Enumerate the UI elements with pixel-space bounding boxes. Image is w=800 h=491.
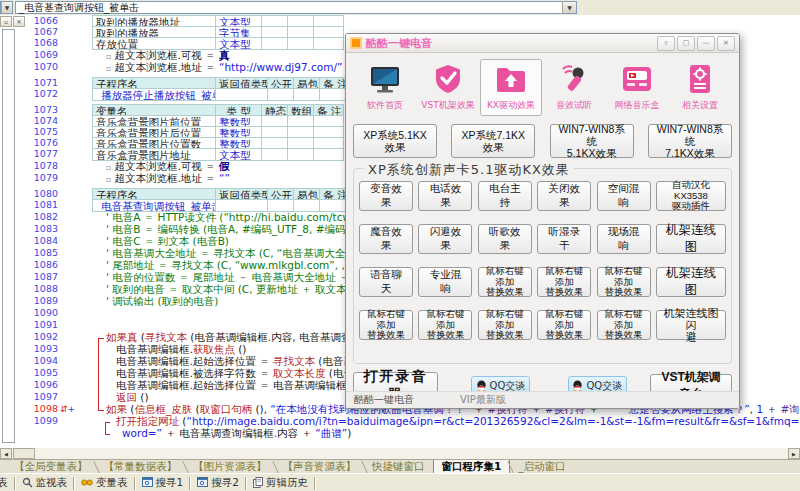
code-line[interactable]: 1099打开指定网址 (“http://image.baidu.com/i?tn… (0, 415, 800, 427)
tab-label: 窗口程序集1 (442, 460, 502, 474)
object-combo[interactable]: ▼ (0, 1, 13, 14)
toolbar-item-mic[interactable]: 音效试听 (543, 59, 605, 116)
kx-effect-button[interactable]: 机架连线图 (656, 224, 726, 254)
kx-effect-button[interactable]: 变音效果 (359, 181, 413, 211)
code-segment: 取窗口句柄 (200, 403, 253, 415)
kx-effect-button[interactable]: 专业混响 (418, 267, 472, 297)
window-controls: ▿□—✕ (655, 36, 735, 51)
close-button[interactable]: ✕ (717, 36, 735, 51)
kx-effect-button[interactable]: 机架连线图闪 避 (656, 310, 726, 340)
system-kx-button-4[interactable]: WIN7-WIN8系统 7.1KX效果 (648, 124, 732, 158)
kx-effect-button[interactable]: 鼠标右键添加 替换效果 (418, 310, 472, 340)
workspace-tab-6[interactable]: 窗口程序集1 (433, 460, 511, 474)
system-kx-button-2[interactable]: XP系统7.1KX效果 (451, 124, 535, 158)
groupbox-label: XP系统创新声卡5.1驱动KX效果 (364, 161, 574, 179)
code-segment: ▫ (106, 163, 111, 172)
workspace-tab-3[interactable]: 【图片资源表】 (185, 460, 275, 474)
panel-button-剪辑历史[interactable]: 剪辑历史 (247, 475, 314, 491)
kx-effect-button[interactable]: 电台主持 (478, 181, 532, 211)
panel-button-监视表[interactable]: 监视表 (16, 475, 74, 491)
workspace-tab-4[interactable]: 【声音资源表】 (275, 460, 365, 474)
scroll-right-icon[interactable]: ▶ (788, 448, 800, 459)
qq-penguin-icon (572, 380, 583, 392)
line-marker (58, 37, 92, 49)
code-segment: word=” (122, 427, 162, 439)
dock-close-button[interactable]: ✕ (13, 16, 25, 27)
toolbar-item-folder[interactable]: KX驱动效果 (480, 59, 542, 116)
minimize-button[interactable]: — (697, 36, 715, 51)
system-kx-buttons: XP系统5.1KX效果XP系统7.1KX效果WIN7-WIN8系统 5.1KX效… (346, 118, 739, 160)
kx-effect-button[interactable]: 空间混响 (597, 181, 651, 211)
code-segment: “http://image.baidu.com/i?tn=baiduimage&… (186, 415, 800, 427)
code-segment: () (137, 391, 149, 403)
kx-effect-button[interactable]: 魔音效果 (359, 224, 413, 254)
kx-effects-row: 变音效果电话效果电台主持关闭效果空间混响自动汉化KX3538 驱动插件 (359, 181, 726, 211)
workspace-tab-1[interactable]: 【全局变量表】 (6, 460, 96, 474)
settings-icon (683, 63, 717, 97)
kx-effect-button[interactable]: 语音聊天 (359, 267, 413, 297)
kx-effect-button[interactable]: 听歌效果 (478, 224, 532, 254)
line-marker: ⇵+ (58, 403, 92, 415)
kx-effect-button[interactable]: 关闭效果 (537, 181, 591, 211)
line-marker (58, 148, 92, 160)
panel-button-搜寻2[interactable]: 搜寻2 (191, 475, 245, 491)
code-segment: 超文本浏览框.可视 ＝ (114, 49, 219, 61)
code-table-cell (216, 88, 268, 101)
toolbar-item-label: KX驱动效果 (487, 99, 535, 112)
workspace-tab-7[interactable]: _启动窗口 (510, 460, 573, 474)
panel-button-label: 变量表 (96, 476, 128, 490)
line-marker (58, 343, 92, 355)
toolbar-item-musicbox[interactable]: 网络音乐盒 (606, 59, 668, 116)
kx-effect-button[interactable]: 鼠标右键添加 替换效果 (537, 267, 591, 297)
kx-effect-button[interactable]: 闪避效果 (418, 224, 472, 254)
panel-button-变量表[interactable]: 变量表 (75, 475, 134, 491)
toolbar-item-settings[interactable]: 相关设置 (669, 59, 731, 116)
workspace-tab-2[interactable]: 【常量数据表】 (96, 460, 186, 474)
system-kx-button-3[interactable]: WIN7-WIN8系统 5.1KX效果 (550, 124, 634, 158)
code-line[interactable]: word=” ＋ 电音基调查询编辑框.内容 ＋ “曲谱”) (0, 427, 800, 439)
kx-effect-button[interactable]: 鼠标右键添加 替换效果 (537, 310, 591, 340)
line-marker (58, 283, 92, 295)
qq-penguin-icon (476, 380, 487, 392)
kx-effect-button[interactable]: 鼠标右键添加 替换效果 (597, 267, 651, 297)
code-segment: 电音基调编辑框.被选择字符数 ＝ (116, 367, 273, 379)
skin-button[interactable]: ▿ (657, 36, 675, 51)
panel-separator (314, 477, 316, 490)
maximize-button[interactable]: □ (677, 36, 695, 51)
kx-effect-button[interactable]: 电话效果 (418, 181, 472, 211)
kx-effect-button[interactable]: 鼠标右键添加 替换效果 (478, 267, 532, 297)
kx-effect-button[interactable]: 现场混响 (597, 224, 651, 254)
code-segment: ▫ (106, 52, 111, 61)
dock-panel-strip[interactable] (2, 29, 15, 443)
line-marker (58, 235, 92, 247)
editor-hscrollbar[interactable]: ◀ ▶ (0, 448, 800, 459)
panel-button-搜寻1[interactable]: 搜寻1 (136, 475, 190, 491)
kx-effect-button[interactable]: 自动汉化KX3538 驱动插件 (656, 181, 726, 211)
procedure-combo[interactable]: _电音基查询调按钮_被单击 ▼ (15, 1, 577, 14)
code-segment: ( (138, 331, 145, 343)
kx-effect-button[interactable]: 机架连线图 (656, 267, 726, 297)
kx-effect-button[interactable]: 鼠标右键添加 替换效果 (478, 310, 532, 340)
code-segment: 寻找文本 (273, 355, 315, 367)
code-segment: ＋ 电音基调查询编辑框.内容 ＋ (162, 427, 315, 439)
panel-button-表[interactable]: 表 (0, 475, 14, 491)
toolbar-item-label: 软件首页 (367, 99, 403, 112)
kx-effect-button[interactable]: 鼠标右键添加 替换效果 (359, 310, 413, 340)
line-marker (58, 319, 92, 331)
window-titlebar[interactable]: 酷酷一键电音 ▿□—✕ (346, 34, 739, 53)
workspace-tab-5[interactable]: 快捷键窗口 (364, 460, 433, 474)
line-marker (58, 160, 92, 172)
scroll-thumb[interactable] (13, 448, 35, 459)
scroll-left-icon[interactable]: ◀ (0, 448, 12, 459)
dock-restore-button[interactable]: ▫ (0, 16, 12, 27)
kx-effect-button[interactable]: 鼠标右键添加 替换效果 (597, 310, 651, 340)
toolbar-item-shield[interactable]: VST机架效果 (417, 59, 479, 116)
searchwin-icon (142, 477, 153, 489)
toolbar-item-monitor[interactable]: 软件首页 (354, 59, 416, 116)
code-segment: (), (252, 403, 270, 415)
system-kx-button-1[interactable]: XP系统5.1KX效果 (353, 124, 437, 158)
code-segment: ( (192, 403, 199, 415)
kx-effect-button[interactable]: 听湿录干 (537, 224, 591, 254)
kx-effects-grid: 变音效果电话效果电台主持关闭效果空间混响自动汉化KX3538 驱动插件魔音效果闪… (359, 181, 726, 340)
line-marker (58, 61, 92, 73)
